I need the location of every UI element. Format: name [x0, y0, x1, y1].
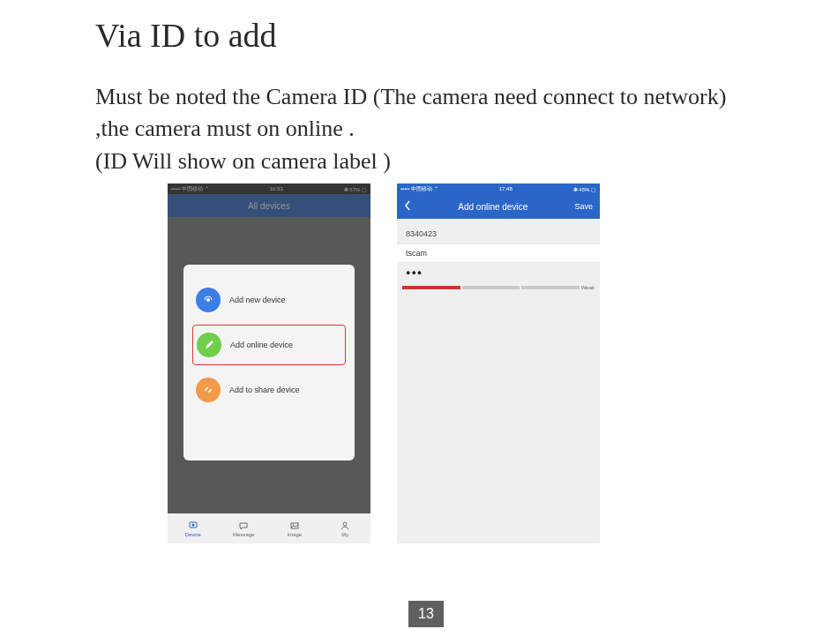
- status-bar: ••••• 中国移动 ⌃ 17:48 ✽ 45% ▢: [397, 183, 600, 194]
- body-text: Must be noted the Camera ID (The camera …: [95, 81, 730, 177]
- wireless-icon: [196, 288, 221, 312]
- option-label: Add to share device: [229, 386, 342, 395]
- password-field[interactable]: ●●●: [397, 263, 600, 282]
- screenshots-row: ••••• 中国移动 ⌃ 16:53 ✽ 57% ▢ All devices A…: [168, 183, 600, 543]
- paragraph-1: Must be noted the Camera ID (The camera …: [95, 81, 730, 146]
- status-right: ✽ 45% ▢: [573, 186, 596, 192]
- phone-add-online-device-form: ••••• 中国移动 ⌃ 17:48 ✽ 45% ▢ Add online de…: [397, 183, 600, 543]
- tab-bar: Device Message Image My: [168, 513, 370, 543]
- strength-segment-2: [462, 286, 520, 289]
- add-online-device-option[interactable]: Add online device: [192, 325, 346, 365]
- option-label: Add online device: [230, 341, 341, 350]
- option-label: Add new device: [229, 296, 342, 305]
- tab-device[interactable]: Device: [168, 513, 219, 543]
- tab-image[interactable]: Image: [269, 513, 320, 543]
- device-name-field[interactable]: tscam: [397, 243, 600, 263]
- nav-title: Add online device: [411, 202, 574, 212]
- device-id-field[interactable]: 8340423: [397, 224, 600, 243]
- add-share-device-option[interactable]: Add to share device: [192, 371, 346, 409]
- edit-icon: [197, 333, 221, 357]
- svg-point-1: [206, 298, 210, 302]
- tab-label: Device: [185, 532, 201, 537]
- form: 8340423 tscam ●●● Weak: [397, 219, 600, 293]
- nav-bar: Add online device Save: [397, 194, 600, 219]
- status-time: 17:48: [499, 186, 513, 191]
- strength-label: Weak: [581, 285, 595, 290]
- add-new-device-option[interactable]: Add new device: [192, 281, 346, 319]
- save-button[interactable]: Save: [574, 202, 593, 211]
- tab-message[interactable]: Message: [219, 513, 270, 543]
- password-strength-meter: Weak: [397, 282, 600, 293]
- tab-my[interactable]: My: [320, 513, 371, 543]
- svg-point-3: [191, 523, 194, 526]
- strength-segment-1: [402, 286, 460, 289]
- link-icon: [196, 378, 221, 402]
- status-left: ••••• 中国移动 ⌃: [400, 185, 438, 193]
- tab-label: My: [341, 532, 348, 537]
- tab-label: Image: [287, 532, 302, 537]
- add-device-sheet: Add new device Add online device Add to …: [183, 265, 355, 461]
- page-title: Via ID to add: [95, 16, 277, 55]
- paragraph-2: (ID Will show on camera label ): [95, 146, 730, 177]
- page-number: 13: [408, 601, 444, 627]
- svg-point-6: [343, 522, 347, 526]
- strength-segment-3: [521, 286, 580, 289]
- phone-all-devices-modal: ••••• 中国移动 ⌃ 16:53 ✽ 57% ▢ All devices A…: [168, 183, 370, 543]
- back-button[interactable]: [404, 200, 411, 213]
- tab-label: Message: [233, 532, 254, 537]
